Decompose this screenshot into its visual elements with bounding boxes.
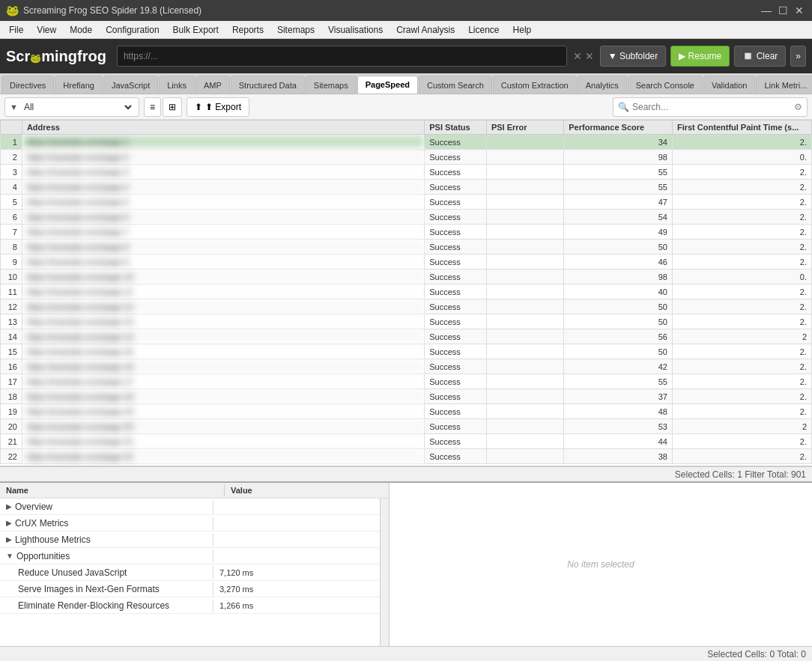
table-row[interactable]: 15https://example.com/page-15Success502. bbox=[1, 344, 812, 359]
url-clear-icon[interactable]: ✕ ✕ bbox=[573, 50, 594, 62]
export-button[interactable]: ⬆ ⬆ Export bbox=[187, 97, 249, 117]
table-row[interactable]: 19https://example.com/page-19Success482. bbox=[1, 404, 812, 419]
bottom-panel-row[interactable]: ▼Opportunities bbox=[0, 548, 389, 564]
bottom-panel-row[interactable]: ▶CrUX Metrics bbox=[0, 515, 389, 531]
row-address: https://example.com/page-12 bbox=[22, 299, 424, 314]
search-filter-icon[interactable]: ⚙ bbox=[794, 102, 802, 112]
bottom-panel-row[interactable]: ▶Lighthouse Metrics bbox=[0, 531, 389, 548]
table-row[interactable]: 12https://example.com/page-12Success502. bbox=[1, 299, 812, 314]
table-row[interactable]: 6https://example.com/page-6Success542. bbox=[1, 210, 812, 225]
table-row[interactable]: 1https://example.com/page-1Success342. bbox=[1, 135, 812, 150]
bottom-panel-row[interactable]: ▶Overview bbox=[0, 499, 389, 515]
subfolder-button[interactable]: ▼ Subfolder bbox=[600, 46, 667, 67]
table-row[interactable]: 20https://example.com/page-20Success532 bbox=[1, 419, 812, 434]
col-header-fcp[interactable]: First Contentful Paint Time (s... bbox=[672, 121, 811, 135]
tree-view-button[interactable]: ⊞ bbox=[163, 97, 182, 117]
clear-button[interactable]: 🔲 Clear bbox=[734, 46, 786, 67]
table-row[interactable]: 17https://example.com/page-17Success552. bbox=[1, 374, 812, 389]
bottom-scroll[interactable]: ▶Overview▶CrUX Metrics▶Lighthouse Metric… bbox=[0, 499, 389, 646]
tab-structured-data[interactable]: Structured Data bbox=[231, 76, 305, 94]
main-content: Address PSI Status PSI Error Performance… bbox=[0, 120, 812, 661]
expand-icon[interactable]: ▶ bbox=[6, 535, 12, 543]
row-address: https://example.com/page-4 bbox=[22, 180, 424, 195]
table-row[interactable]: 10https://example.com/page-10Success980. bbox=[1, 269, 812, 284]
menu-item-reports[interactable]: Reports bbox=[226, 23, 270, 37]
menu-item-file[interactable]: File bbox=[3, 23, 29, 37]
menu-item-configuration[interactable]: Configuration bbox=[100, 23, 165, 37]
menu-item-sitemaps[interactable]: Sitemaps bbox=[271, 23, 321, 37]
filter-select[interactable]: All bbox=[21, 101, 134, 113]
bottom-panel-row[interactable]: Serve Images in Next-Gen Formats3,270 ms bbox=[0, 581, 389, 597]
table-row[interactable]: 13https://example.com/page-13Success502. bbox=[1, 314, 812, 329]
menu-item-help[interactable]: Help bbox=[507, 23, 538, 37]
table-row[interactable]: 16https://example.com/page-16Success422. bbox=[1, 359, 812, 374]
table-row[interactable]: 21https://example.com/page-21Success442. bbox=[1, 434, 812, 449]
bottom-panel-row[interactable]: Eliminate Render-Blocking Resources1,266… bbox=[0, 597, 389, 614]
tab-search-console[interactable]: Search Console bbox=[628, 76, 703, 94]
row-number: 22 bbox=[1, 449, 22, 464]
resume-button[interactable]: ▶ Resume bbox=[670, 46, 730, 67]
table-row[interactable]: 9https://example.com/page-9Success462. bbox=[1, 255, 812, 269]
menu-item-mode[interactable]: Mode bbox=[64, 23, 98, 37]
tab-javascript[interactable]: JavaScript bbox=[103, 76, 158, 94]
col-header-psi-error[interactable]: PSI Error bbox=[486, 121, 563, 135]
tab-link-metri-[interactable]: Link Metri... bbox=[756, 76, 812, 94]
tree-view-icon: ⊞ bbox=[169, 102, 176, 112]
menu-item-crawl-analysis[interactable]: Crawl Analysis bbox=[390, 23, 461, 37]
row-psi-status: Success bbox=[425, 180, 487, 195]
search-input[interactable] bbox=[632, 102, 791, 112]
close-button[interactable]: ✕ bbox=[793, 4, 806, 17]
menu-item-view[interactable]: View bbox=[31, 23, 62, 37]
expand-icon[interactable]: ▶ bbox=[6, 502, 12, 511]
expand-icon[interactable]: ▼ bbox=[6, 552, 13, 560]
menu-item-visualisations[interactable]: Visualisations bbox=[322, 23, 389, 37]
expand-icon[interactable]: ▶ bbox=[6, 519, 12, 527]
table-row[interactable]: 7https://example.com/page-7Success492. bbox=[1, 225, 812, 240]
table-row[interactable]: 4https://example.com/page-4Success552. bbox=[1, 180, 812, 195]
tab-links[interactable]: Links bbox=[159, 76, 195, 94]
table-row[interactable]: 14https://example.com/page-14Success562 bbox=[1, 329, 812, 344]
tab-custom-extraction[interactable]: Custom Extraction bbox=[493, 76, 577, 94]
filter-dropdown[interactable]: ▼ All bbox=[4, 97, 139, 117]
row-psi-status: Success bbox=[425, 255, 487, 269]
row-psi-status: Success bbox=[425, 404, 487, 419]
tab-directives[interactable]: Directives bbox=[1, 76, 54, 94]
minimize-button[interactable]: — bbox=[760, 4, 773, 17]
row-address: https://example.com/page-1 bbox=[22, 135, 424, 150]
row-number: 19 bbox=[1, 404, 22, 419]
list-view-button[interactable]: ≡ bbox=[144, 97, 161, 117]
table-row[interactable]: 18https://example.com/page-18Success372. bbox=[1, 389, 812, 404]
col-header-perf-score[interactable]: Performance Score bbox=[564, 121, 673, 135]
tab-analytics[interactable]: Analytics bbox=[578, 76, 627, 94]
row-fcp: 2. bbox=[672, 225, 811, 240]
tab-hreflang[interactable]: Hreflang bbox=[55, 76, 103, 94]
table-row[interactable]: 5https://example.com/page-5Success472. bbox=[1, 195, 812, 210]
row-psi-error bbox=[486, 449, 563, 464]
table-row[interactable]: 2https://example.com/page-2Success980. bbox=[1, 150, 812, 165]
menu-item-licence[interactable]: Licence bbox=[462, 23, 505, 37]
menu-item-bulk-export[interactable]: Bulk Export bbox=[167, 23, 225, 37]
row-address: https://example.com/page-2 bbox=[22, 150, 424, 165]
table-row[interactable]: 8https://example.com/page-8Success502. bbox=[1, 240, 812, 255]
row-fcp: 2 bbox=[672, 329, 811, 344]
bottom-scrollbar[interactable] bbox=[380, 499, 389, 646]
search-box[interactable]: 🔍 ⚙ bbox=[613, 97, 808, 117]
bottom-panel-row[interactable]: Reduce Unused JavaScript7,120 ms bbox=[0, 564, 389, 581]
col-header-address[interactable]: Address bbox=[22, 121, 424, 135]
row-address: https://example.com/page-8 bbox=[22, 240, 424, 255]
row-fcp: 2. bbox=[672, 299, 811, 314]
table-row[interactable]: 22https://example.com/page-22Success382. bbox=[1, 449, 812, 464]
col-header-psi-status[interactable]: PSI Status bbox=[425, 121, 487, 135]
tab-sitemaps[interactable]: Sitemaps bbox=[306, 76, 357, 94]
table-row[interactable]: 3https://example.com/page-3Success552. bbox=[1, 165, 812, 180]
tab-custom-search[interactable]: Custom Search bbox=[419, 76, 492, 94]
table-scroll[interactable]: Address PSI Status PSI Error Performance… bbox=[0, 120, 812, 466]
url-bar[interactable]: https://... bbox=[117, 46, 567, 67]
tab-pagespeed[interactable]: PageSpeed bbox=[357, 76, 418, 94]
tab-amp[interactable]: AMP bbox=[196, 76, 230, 94]
row-perf-score: 47 bbox=[564, 195, 673, 210]
more-button[interactable]: » bbox=[790, 46, 806, 67]
maximize-button[interactable]: ☐ bbox=[776, 4, 790, 17]
tab-validation[interactable]: Validation bbox=[703, 76, 756, 94]
table-row[interactable]: 11https://example.com/page-11Success402. bbox=[1, 284, 812, 299]
